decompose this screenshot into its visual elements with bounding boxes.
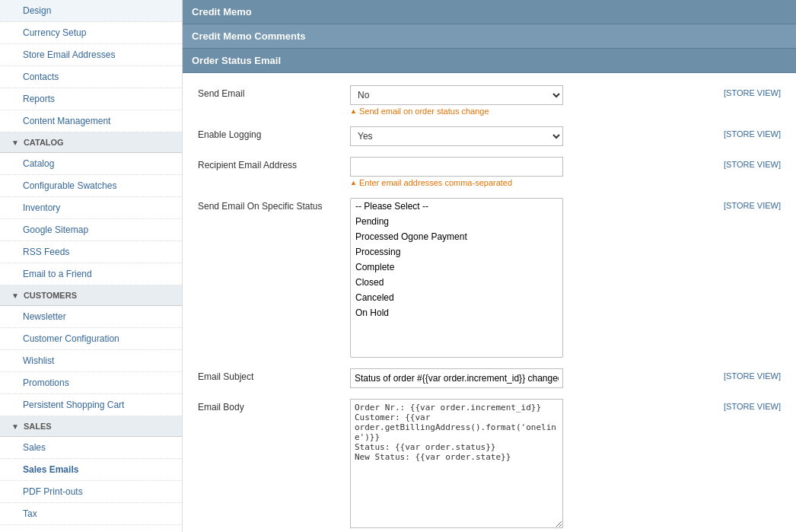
sidebar-section-sales: ▼ SALES xyxy=(0,416,182,437)
credit-memo-comments-header: Credit Memo Comments xyxy=(183,24,796,49)
main-content: Credit Memo Credit Memo Comments Order S… xyxy=(183,0,796,532)
sidebar-section-customers: ▼ CUSTOMERS xyxy=(0,285,182,306)
sidebar-item-customer-configuration[interactable]: Customer Configuration xyxy=(0,328,182,350)
send-email-control: NoYes Send email on order status change xyxy=(350,85,713,116)
send-email-status-store-view[interactable]: [STORE VIEW] xyxy=(724,198,781,210)
sidebar: DesignCurrency SetupStore Email Addresse… xyxy=(0,0,183,532)
sales-arrow-icon: ▼ xyxy=(11,422,19,431)
send-email-status-select[interactable]: -- Please Select --PendingProcessed Ogon… xyxy=(350,198,563,358)
sidebar-section-customers-label: CUSTOMERS xyxy=(24,291,77,300)
order-status-email-header: Order Status Email xyxy=(183,49,796,73)
sidebar-item-design[interactable]: Design xyxy=(0,0,182,22)
enable-logging-label: Enable Logging xyxy=(198,126,350,140)
enable-logging-control: NoYes xyxy=(350,126,713,146)
enable-logging-select[interactable]: NoYes xyxy=(350,126,563,146)
sidebar-item-newsletter[interactable]: Newsletter xyxy=(0,306,182,328)
sidebar-item-configurable-swatches[interactable]: Configurable Swatches xyxy=(0,175,182,197)
email-subject-label: Email Subject xyxy=(198,368,350,382)
sidebar-item-promotions[interactable]: Promotions xyxy=(0,372,182,394)
send-email-status-row: Send Email On Specific Status -- Please … xyxy=(198,198,781,358)
sidebar-item-persistent-shopping-cart[interactable]: Persistent Shopping Cart xyxy=(0,394,182,416)
sidebar-item-content-management[interactable]: Content Management xyxy=(0,110,182,132)
sidebar-section-catalog: ▼ CATALOG xyxy=(0,132,182,153)
email-body-textarea[interactable] xyxy=(350,399,563,528)
recipient-email-store-view[interactable]: [STORE VIEW] xyxy=(724,157,781,169)
customers-arrow-icon: ▼ xyxy=(11,291,19,300)
send-email-label: Send Email xyxy=(198,85,350,99)
sidebar-item-contacts[interactable]: Contacts xyxy=(0,66,182,88)
email-body-control xyxy=(350,399,713,530)
sidebar-item-rss-feeds[interactable]: RSS Feeds xyxy=(0,241,182,263)
form-area: Send Email NoYes Send email on order sta… xyxy=(183,73,796,532)
email-body-store-view[interactable]: [STORE VIEW] xyxy=(724,399,781,411)
send-email-select[interactable]: NoYes xyxy=(350,85,563,105)
sidebar-section-sales-label: SALES xyxy=(24,422,52,431)
recipient-email-control: Enter email addresses comma-separated xyxy=(350,157,713,187)
send-email-row: Send Email NoYes Send email on order sta… xyxy=(198,85,781,116)
email-subject-store-view[interactable]: [STORE VIEW] xyxy=(724,368,781,381)
sidebar-item-checkout[interactable]: Checkout xyxy=(0,525,182,532)
recipient-email-hint: Enter email addresses comma-separated xyxy=(350,178,713,187)
email-body-label: Email Body xyxy=(198,399,350,413)
email-subject-control xyxy=(350,368,713,388)
email-body-row: Email Body [STORE VIEW] xyxy=(198,399,781,530)
sidebar-item-wishlist[interactable]: Wishlist xyxy=(0,350,182,372)
enable-logging-row: Enable Logging NoYes [STORE VIEW] xyxy=(198,126,781,146)
email-subject-row: Email Subject [STORE VIEW] xyxy=(198,368,781,388)
send-email-store-view[interactable]: [STORE VIEW] xyxy=(724,85,781,97)
email-subject-input[interactable] xyxy=(350,368,563,388)
sidebar-item-tax[interactable]: Tax xyxy=(0,503,182,525)
sidebar-item-sales[interactable]: Sales xyxy=(0,437,182,459)
recipient-email-row: Recipient Email Address Enter email addr… xyxy=(198,157,781,187)
sidebar-item-google-sitemap[interactable]: Google Sitemap xyxy=(0,219,182,241)
catalog-arrow-icon: ▼ xyxy=(11,139,19,147)
send-email-status-label: Send Email On Specific Status xyxy=(198,198,350,212)
send-email-status-control: -- Please Select --PendingProcessed Ogon… xyxy=(350,198,713,358)
enable-logging-store-view[interactable]: [STORE VIEW] xyxy=(724,126,781,139)
recipient-email-input[interactable] xyxy=(350,157,563,177)
sidebar-item-inventory[interactable]: Inventory xyxy=(0,197,182,219)
sidebar-item-currency-setup[interactable]: Currency Setup xyxy=(0,22,182,44)
recipient-email-label: Recipient Email Address xyxy=(198,157,350,170)
sidebar-item-sales-emails[interactable]: Sales Emails xyxy=(0,459,182,481)
sidebar-item-store-email-addresses[interactable]: Store Email Addresses xyxy=(0,44,182,66)
sidebar-section-catalog-label: CATALOG xyxy=(24,138,64,147)
sidebar-item-pdf-print-outs[interactable]: PDF Print-outs xyxy=(0,481,182,503)
sidebar-item-email-to-a-friend[interactable]: Email to a Friend xyxy=(0,263,182,285)
sidebar-item-catalog[interactable]: Catalog xyxy=(0,153,182,175)
credit-memo-header: Credit Memo xyxy=(183,0,796,24)
sidebar-item-reports[interactable]: Reports xyxy=(0,88,182,110)
send-email-hint: Send email on order status change xyxy=(350,107,713,116)
